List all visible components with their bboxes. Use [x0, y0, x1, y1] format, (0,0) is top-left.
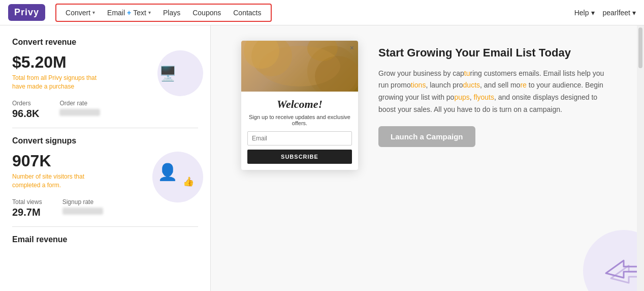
popup-close-button[interactable]: × — [350, 44, 354, 52]
order-rate-blurred — [59, 109, 100, 116]
total-views-stat: Total views 29.7M — [12, 198, 42, 218]
nav-convert[interactable]: Convert ▾ — [60, 7, 100, 19]
person-plus-icon: 👤 — [157, 162, 178, 182]
account-menu[interactable]: pearlfeet ▾ — [603, 9, 636, 17]
divider-2 — [12, 226, 198, 227]
revenue-graphic: 🖥️ — [137, 53, 198, 94]
signups-graphic: 👤 👍 — [137, 152, 198, 192]
nav-coupons[interactable]: Coupons — [187, 7, 226, 19]
convert-signups-card: Convert signups 907K Number of site visi… — [12, 136, 198, 218]
signup-rate-stat: Signup rate — [62, 198, 103, 218]
signups-description: Number of site visitors that completed a… — [12, 172, 104, 190]
promo-title: Start Growing Your Email List Today — [378, 46, 614, 61]
popup-mockup: × Welcome! Sign up to receive updates an… — [241, 41, 358, 170]
email-revenue-card: Email revenue — [12, 235, 198, 244]
header-right: Help ▾ pearlfeet ▾ — [574, 9, 636, 17]
thumbs-up-icon: 👍 — [183, 176, 194, 187]
help-menu[interactable]: Help ▾ — [574, 9, 595, 17]
launch-campaign-button[interactable]: Launch a Campaign — [378, 126, 475, 147]
arrow-decoration — [583, 230, 644, 291]
orders-stat: Orders 96.8K — [12, 100, 39, 120]
help-chevron-icon: ▾ — [591, 9, 595, 17]
popup-body: Welcome! Sign up to receive updates and … — [241, 92, 358, 170]
main: Convert revenue $5.20M Total from all Pr… — [0, 25, 644, 291]
nav-plays[interactable]: Plays — [158, 7, 185, 19]
popup-subscribe-button[interactable]: SUBSCRIBE — [247, 150, 352, 164]
popup-welcome-text: Welcome! — [247, 98, 352, 111]
nav-contacts[interactable]: Contacts — [228, 7, 266, 19]
convert-revenue-title: Convert revenue — [12, 38, 198, 47]
convert-signups-title: Convert signups — [12, 136, 198, 146]
account-chevron-icon: ▾ — [632, 9, 636, 17]
popup-subtitle-text: Sign up to receive updates and exclusive… — [247, 114, 352, 126]
browser-dollar-icon: 🖥️ — [159, 65, 177, 82]
revenue-amount: $5.20M — [12, 53, 129, 72]
email-text-chevron-icon: ▾ — [148, 10, 151, 15]
scrollbar-thumb[interactable] — [638, 27, 642, 68]
divider-1 — [12, 128, 198, 128]
order-rate-stat: Order rate — [59, 100, 100, 120]
email-revenue-title: Email revenue — [12, 235, 198, 244]
signups-amount: 907K — [12, 152, 129, 170]
header: Privy Convert ▾ Email + Text ▾ Plays Cou… — [0, 0, 644, 25]
right-panel: × Welcome! Sign up to receive updates an… — [211, 25, 644, 291]
convert-chevron-icon: ▾ — [92, 10, 95, 15]
convert-revenue-card: Convert revenue $5.20M Total from all Pr… — [12, 38, 198, 120]
nav-email-text[interactable]: Email + Text ▾ — [102, 7, 156, 19]
left-panel: Convert revenue $5.20M Total from all Pr… — [0, 25, 211, 291]
popup-decorative-svg — [241, 41, 358, 92]
scrollbar[interactable] — [637, 25, 644, 291]
popup-image — [241, 41, 358, 92]
popup-email-input[interactable] — [247, 131, 352, 146]
promo-text: Grow your business by capturing customer… — [378, 68, 614, 116]
revenue-description: Total from all Privy signups that have m… — [12, 74, 104, 91]
right-content: Start Growing Your Email List Today Grow… — [378, 46, 614, 147]
nav-group: Convert ▾ Email + Text ▾ Plays Coupons C… — [55, 4, 271, 22]
signup-rate-blurred — [62, 208, 103, 215]
logo[interactable]: Privy — [8, 4, 45, 21]
